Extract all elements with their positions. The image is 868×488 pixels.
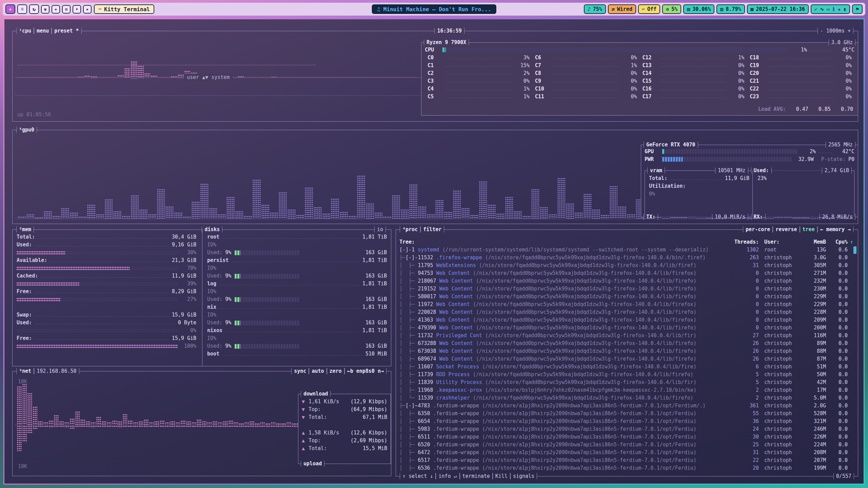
process-row[interactable]: │ ├─ 220028 Web Content (/nix/store/fqad… [399, 308, 853, 316]
net-stats-rows: ▼1,61 KiB/s(12,9 Kibps) ▼Top:(64,9 Mibps… [298, 394, 391, 452]
process-row[interactable]: │ ├─ 11795 WebExtensions (/nix/store/fqa… [399, 262, 853, 269]
status-module[interactable]: ♻ 5% [662, 4, 681, 14]
signals-control[interactable]: signals [510, 473, 537, 479]
process-row[interactable]: │ ├─ 218067 Web Content (/nix/store/fqad… [399, 277, 853, 285]
status-module[interactable]: ▦ 2025-07-22 16:36 [747, 4, 809, 14]
process-panel-title[interactable]: ⁴proc [400, 226, 420, 232]
process-row[interactable]: │ ├─ 11968 .keepassxc-prox (/nix/store/b… [399, 386, 853, 394]
io-toggle[interactable]: io [374, 226, 386, 232]
gpu-panel-title[interactable]: ⁵gpu0 [16, 127, 37, 133]
process-scrollbar-thumb[interactable] [853, 246, 856, 254]
select-control[interactable]: ↑ select ↓ [400, 473, 436, 479]
process-row[interactable]: │ ├─ 11732 Privileged Cont (/nix/store/f… [399, 332, 853, 340]
window-title-button[interactable]: ⌨ Kitty Terminal [94, 4, 154, 14]
process-row[interactable]: │ ├─ 41363 Web Content (/nix/store/fqadd… [399, 316, 853, 324]
menu-button[interactable]: menu [34, 28, 52, 34]
workspace-button[interactable]: ◈ [52, 5, 60, 14]
gpu-panel: ⁵gpu0 GeForce RTX 4070 2565 MHz GPU 2% 4… [12, 130, 858, 224]
tree-toggle[interactable]: tree [800, 226, 817, 232]
workspace-button[interactable]: ♦ [73, 5, 81, 14]
process-row[interactable]: │ ├─ 94753 Web Content (/nix/store/fqadd… [399, 269, 853, 277]
process-row[interactable]: │ ├─ 11972 Web Content (/nix/store/fqadd… [399, 301, 853, 308]
tray-icon[interactable]: ✚ [838, 6, 841, 12]
cpu-core-grid: C0 3% C1 15% C2 2% [425, 54, 854, 100]
info-control[interactable]: info ↵ [436, 473, 459, 479]
process-memory: 2.0G [799, 402, 826, 410]
process-row[interactable]: │ ├─ 11839 Utility Process (/nix/store/f… [399, 379, 853, 386]
cpu-core-row: C11 0% [532, 93, 640, 100]
tray-icon[interactable]: ∿ [820, 6, 824, 12]
auto-toggle[interactable]: auto [309, 368, 327, 374]
status-module[interactable]: ▤ 30.06% [683, 4, 714, 14]
cpu-column-header[interactable]: Cpu% [826, 238, 848, 246]
process-row[interactable]: │ ├─ 479390 Web Content (/nix/store/fqad… [399, 324, 853, 332]
tray-icon[interactable]: ✔ [814, 6, 817, 12]
kill-control[interactable]: Kill [493, 473, 510, 479]
process-row[interactable]: │ ├─ 673288 Web Content (/nix/store/fqad… [399, 340, 853, 347]
memory-column-header[interactable]: MemB [799, 238, 826, 246]
disks-title[interactable]: disks [202, 226, 222, 232]
process-row[interactable]: │ ├─ 6654 .ferdium-wrappe (/nix/store/a1… [399, 418, 853, 425]
memory-panel-title[interactable]: ²mem [16, 226, 34, 232]
workspace-button[interactable]: ❄ [17, 4, 27, 14]
media-player-widget[interactable]: ♫ Minuit Machine – Don't Run Fro... [372, 4, 496, 14]
zero-toggle[interactable]: zero [327, 368, 344, 374]
process-row[interactable]: │ ├─ 6511 .ferdium-wrappe (/nix/store/a1… [399, 433, 853, 441]
process-row[interactable]: │ ├─ 219152 Web Content (/nix/store/fqad… [399, 285, 853, 293]
workspace-button[interactable]: ▣ [41, 5, 50, 14]
process-cpu: 0.0 [826, 379, 848, 386]
per-core-toggle[interactable]: per-core [743, 226, 773, 232]
process-name: .ferdium-wrappe [433, 425, 479, 433]
interface-selector[interactable]: ←b enp8s0 n→ [344, 368, 387, 374]
process-pid: 6511 [418, 433, 430, 441]
core-id: C6 [535, 55, 550, 61]
process-name: .firefox-wrappe [436, 254, 482, 262]
workspace-button[interactable]: ↻ [29, 4, 39, 14]
process-memory: 271M [799, 269, 826, 277]
status-module[interactable]: ✂ Off [638, 4, 660, 14]
process-row[interactable]: ├─[-]~4783 .ferdium-wrappe (/nix/store/a… [399, 402, 853, 410]
process-pid: 689674 [418, 355, 436, 363]
tray-icon[interactable]: ᛒ [832, 6, 835, 12]
terminate-control[interactable]: terminate [460, 473, 493, 479]
update-interval-control[interactable]: - 1000ms + [817, 28, 853, 34]
tray-icon[interactable]: ▮ [844, 6, 846, 12]
sync-toggle[interactable]: sync [291, 368, 309, 374]
process-row[interactable]: │ ├─ 11739 RDD Process (/nix/store/fqadd… [399, 371, 853, 379]
status-module[interactable]: ▥ 8.79% [716, 4, 745, 14]
scroll-up-icon[interactable]: ↑ [848, 238, 853, 246]
tree-branch: │ ├─ [399, 277, 418, 285]
threads-column-header[interactable]: Threads: [732, 238, 759, 246]
process-row[interactable]: │ ├─ 6520 .ferdium-wrappe (/nix/store/a1… [399, 441, 853, 449]
workspace-button[interactable]: ▤ [62, 5, 71, 14]
filter-button[interactable]: filter [420, 226, 444, 232]
process-row[interactable]: │ ├─ 580017 Web Content (/nix/store/fqad… [399, 293, 853, 301]
process-row[interactable]: │ ├─ 6472 .ferdium-wrappe (/nix/store/a1… [399, 449, 853, 456]
process-row[interactable]: │ ├─ 673038 Web Content (/nix/store/fqad… [399, 347, 853, 355]
process-row[interactable]: │ ├─ 6517 .ferdium-wrappe (/nix/store/a1… [399, 456, 853, 464]
notification-button[interactable]: ⚑ [852, 4, 863, 14]
preset-button[interactable]: preset * [52, 28, 81, 34]
sort-column-selector[interactable]: ← memory → [817, 226, 853, 232]
process-row[interactable]: │ ├─ 6536 .ferdium-wrappe (/nix/store/a1… [399, 464, 853, 472]
process-row[interactable]: [-]-1 systemd (/run/current-system/syste… [399, 246, 853, 254]
process-row[interactable]: │ └─ 11539 crashhelper (/nix/store/fqadd… [399, 394, 853, 402]
tree-column-header[interactable]: Tree: [399, 238, 415, 246]
process-memory: 528M [799, 410, 826, 418]
process-threads: 0 [732, 308, 759, 316]
status-module[interactable]: ♪ 75% [584, 4, 606, 14]
workspace-button[interactable]: ✦ [5, 4, 15, 14]
system-tray[interactable]: ✔ ∿ ▭ ᛒ ✚ ▮ [811, 4, 850, 14]
tray-icon[interactable]: ▭ [827, 6, 829, 12]
reverse-toggle[interactable]: reverse [773, 226, 800, 232]
workspace-button[interactable]: ▪ [83, 5, 92, 14]
cpu-panel-title[interactable]: ¹cpu [16, 28, 34, 34]
process-row[interactable]: │ ├─ 11607 Socket Process (/nix/store/fq… [399, 363, 853, 371]
process-row[interactable]: │ ├─ 6350 .ferdium-wrappe (/nix/store/a1… [399, 410, 853, 418]
status-module[interactable]: ⇄ Wired [608, 4, 636, 14]
process-row[interactable]: ├─[-]-11532 .firefox-wrappe (/nix/store/… [399, 254, 853, 262]
process-row[interactable]: │ ├─ 5983 .ferdium-wrappe (/nix/store/a1… [399, 425, 853, 433]
process-row[interactable]: │ ├─ 689674 Web Content (/nix/store/fqad… [399, 355, 853, 363]
network-panel-title[interactable]: ³net [16, 368, 34, 374]
user-column-header[interactable]: User: [759, 238, 799, 246]
